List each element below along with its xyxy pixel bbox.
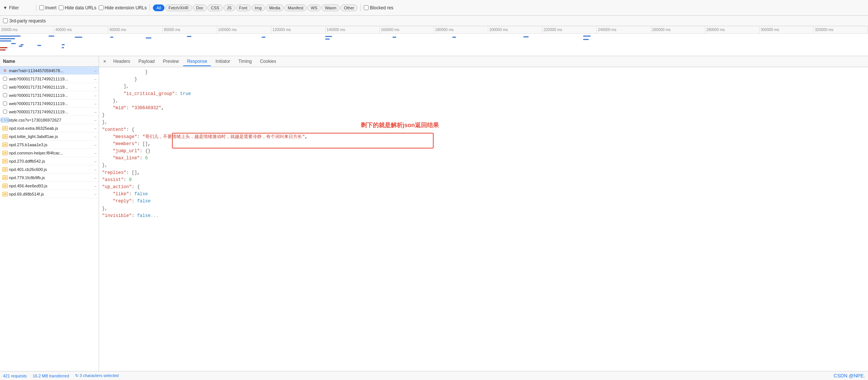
- list-item[interactable]: JS npd.270.ddffb542.js –: [0, 157, 99, 165]
- filter-btn-img[interactable]: Img: [252, 4, 265, 11]
- list-item[interactable]: CSS style.css?v=1730186972627 –: [0, 116, 99, 124]
- tick-1: 40000 ms: [54, 26, 108, 33]
- code-line: },: [99, 98, 868, 105]
- item-name: npd.69.d98b514f.js: [9, 192, 93, 196]
- filter-buttons: All Fetch/XHR Doc CSS JS Font Img Media …: [153, 4, 357, 11]
- js-icon: JS: [2, 150, 7, 156]
- tick-2: 60000 ms: [108, 26, 163, 33]
- item-name: npd.common-helper.f84fcac...: [9, 151, 93, 155]
- blocked-res-input[interactable]: [364, 5, 369, 10]
- list-item[interactable]: ⊙ main?oid=11344570594578... –: [0, 67, 99, 75]
- item-name: npd.779.1fc8b9fb.js: [9, 175, 93, 180]
- js-icon: JS: [2, 159, 7, 164]
- toolbar-row2: 3rd-party requests: [0, 16, 868, 26]
- list-item[interactable]: JS npd.69.d98b514f.js –: [0, 190, 99, 198]
- filter-btn-ws[interactable]: WS: [307, 4, 321, 11]
- list-item[interactable]: JS npd.456.4ee6ed93.js –: [0, 182, 99, 190]
- filter-btn-all[interactable]: All: [153, 4, 164, 11]
- status-bar: 421 requests 16.2 MB transferred ↻ 3 cha…: [0, 371, 868, 380]
- js-icon: JS: [2, 183, 7, 189]
- filter-btn-css[interactable]: CSS: [207, 4, 223, 11]
- item-dash: –: [94, 184, 96, 188]
- transfer-size: 16.2 MB transferred: [33, 374, 69, 378]
- filter-btn-doc[interactable]: Doc: [193, 4, 207, 11]
- list-item[interactable]: web?00001717317499211119... –: [0, 108, 99, 116]
- timeline: 20000 ms 40000 ms 60000 ms 80000 ms 1000…: [0, 26, 868, 56]
- filter-btn-js[interactable]: JS: [224, 4, 235, 11]
- tab-timing[interactable]: Timing: [235, 57, 256, 66]
- code-line: "is_critical_group": true: [99, 91, 868, 98]
- item-name: npd.root-extra.86325eab.js: [9, 126, 93, 131]
- hide-data-urls-checkbox[interactable]: Hide data URLs: [59, 5, 96, 10]
- tick-14: 300000 ms: [760, 26, 814, 33]
- tick-12: 260000 ms: [651, 26, 705, 33]
- code-line: },: [99, 162, 868, 169]
- tick-0: 20000 ms: [0, 26, 54, 33]
- code-line: "replies": [],: [99, 169, 868, 177]
- code-line: "mid": "330646932",: [99, 105, 868, 112]
- item-dash: –: [94, 192, 96, 196]
- annotation-label: 剩下的就是解析json返回结果: [361, 122, 439, 129]
- code-line: }: [99, 112, 868, 119]
- main-toolbar: ▼ Filter Invert Hide data URLs Hide exte…: [0, 0, 868, 16]
- item-dash: –: [94, 175, 96, 180]
- tick-15: 320000 ms: [814, 26, 868, 33]
- list-item[interactable]: JS npd.779.1fc8b9fb.js –: [0, 174, 99, 182]
- item-dash: –: [94, 151, 96, 155]
- tick-10: 220000 ms: [542, 26, 597, 33]
- hide-extension-urls-checkbox[interactable]: Hide extension URLs: [99, 5, 147, 10]
- third-party-checkbox[interactable]: 3rd-party requests: [3, 18, 46, 24]
- js-icon: JS: [2, 175, 7, 180]
- invert-checkbox-input[interactable]: [39, 5, 44, 10]
- filter-btn-wasm[interactable]: Wasm: [321, 4, 340, 11]
- item-name: style.css?v=1730186972627: [9, 118, 93, 122]
- item-dash: –: [94, 167, 96, 172]
- item-name: web?00001717317499211119...: [9, 93, 93, 98]
- hide-data-urls-input[interactable]: [59, 5, 64, 10]
- filter-btn-manifest[interactable]: Manifest: [284, 4, 307, 11]
- filter-btn-fetch[interactable]: Fetch/XHR: [165, 4, 192, 11]
- filter-btn-other[interactable]: Other: [341, 4, 358, 11]
- filter-btn-media[interactable]: Media: [266, 4, 284, 11]
- item-name: main?oid=11344570594578...: [9, 68, 93, 73]
- list-item[interactable]: web?00001717317499211119... –: [0, 99, 99, 108]
- check-icon: [2, 93, 7, 98]
- list-item[interactable]: JS npd.root-extra.86325eab.js –: [0, 124, 99, 132]
- code-line: "members": [],: [99, 141, 868, 148]
- detail-panel: × Headers Payload Preview Response Initi…: [99, 56, 868, 371]
- code-line: },: [99, 119, 868, 126]
- tick-8: 180000 ms: [434, 26, 488, 33]
- tab-cookies[interactable]: Cookies: [256, 57, 280, 66]
- check-icon: [2, 76, 7, 82]
- js-icon: JS: [2, 167, 7, 172]
- check-icon: [2, 85, 7, 90]
- list-item[interactable]: JS npd.401.cb26c600.js –: [0, 165, 99, 174]
- list-item[interactable]: web?00001717317499211119... –: [0, 91, 99, 99]
- third-party-input[interactable]: [3, 18, 8, 23]
- tab-headers[interactable]: Headers: [110, 57, 134, 66]
- tick-6: 140000 ms: [326, 26, 380, 33]
- requests-count: 421 requests: [3, 374, 27, 378]
- blocked-res-checkbox[interactable]: Blocked res: [364, 5, 393, 10]
- list-item[interactable]: JS npd.lottie_light.3abdf1ae.js –: [0, 132, 99, 141]
- list-item[interactable]: JS npd.275.b1aaa1e3.js –: [0, 141, 99, 149]
- hide-extension-urls-input[interactable]: [99, 5, 104, 10]
- response-wrapper: } } ], "is_critical_group": true }, "mid…: [99, 67, 868, 371]
- list-item[interactable]: web?00001717317499211119... –: [0, 75, 99, 83]
- filter-btn-font[interactable]: Font: [236, 4, 251, 11]
- list-item[interactable]: JS npd.common-helper.f84fcac... –: [0, 149, 99, 157]
- close-button[interactable]: ×: [101, 57, 109, 65]
- separator-2: [150, 4, 150, 12]
- list-item[interactable]: web?00001717317499211119... –: [0, 83, 99, 91]
- tab-initiator[interactable]: Initiator: [212, 57, 234, 66]
- tick-13: 280000 ms: [705, 26, 760, 33]
- tab-response[interactable]: Response: [183, 57, 211, 66]
- detail-tabs: × Headers Payload Preview Response Initi…: [99, 56, 868, 67]
- timeline-bars: [0, 34, 868, 56]
- tab-preview[interactable]: Preview: [159, 57, 183, 66]
- tab-payload[interactable]: Payload: [135, 57, 158, 66]
- invert-checkbox[interactable]: Invert: [39, 5, 56, 10]
- request-list: Name ⊙ main?oid=11344570594578... – web?…: [0, 56, 99, 371]
- js-icon: JS: [2, 126, 7, 131]
- item-dash: –: [94, 126, 96, 131]
